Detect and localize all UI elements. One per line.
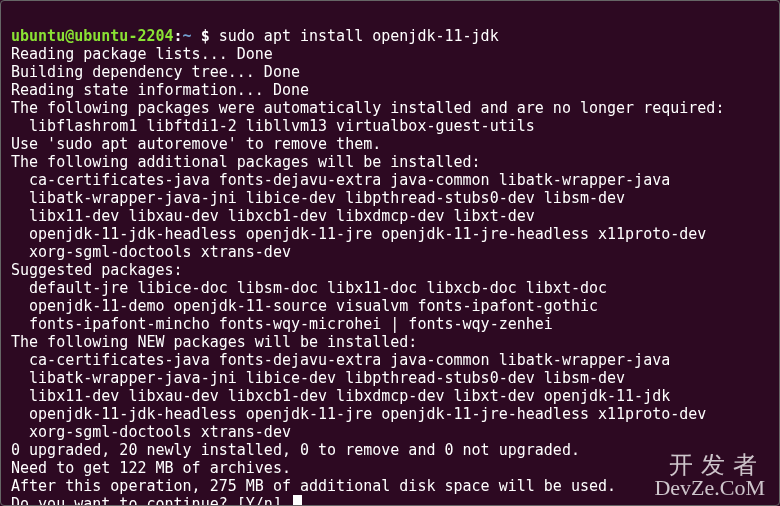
- prompt-path: ~: [183, 27, 192, 45]
- output-line: libatk-wrapper-java-jni libice-dev libpt…: [11, 189, 625, 207]
- output-line: Reading state information... Done: [11, 81, 309, 99]
- prompt-colon: :: [174, 27, 183, 45]
- output-line: ca-certificates-java fonts-dejavu-extra …: [11, 351, 670, 369]
- output-line: Building dependency tree... Done: [11, 63, 300, 81]
- prompt-dollar-sign: $: [201, 27, 210, 45]
- command-text: sudo apt install openjdk-11-jdk: [219, 27, 499, 45]
- confirm-prompt[interactable]: Do you want to continue? [Y/n]: [11, 495, 291, 506]
- output-line: The following additional packages will b…: [11, 153, 481, 171]
- output-line: xorg-sgml-doctools xtrans-dev: [11, 423, 291, 441]
- output-line: After this operation, 275 MB of addition…: [11, 477, 616, 495]
- output-line: libflashrom1 libftdi1-2 libllvm13 virtua…: [11, 117, 535, 135]
- output-line: Reading package lists... Done: [11, 45, 273, 63]
- output-line: default-jre libice-doc libsm-doc libx11-…: [11, 279, 607, 297]
- cursor-icon: [293, 495, 302, 506]
- output-line: Need to get 122 MB of archives.: [11, 459, 291, 477]
- output-line: openjdk-11-jdk-headless openjdk-11-jre o…: [11, 405, 706, 423]
- output-line: libatk-wrapper-java-jni libice-dev libpt…: [11, 369, 625, 387]
- output-line: libx11-dev libxau-dev libxcb1-dev libxdm…: [11, 387, 670, 405]
- output-line: xorg-sgml-doctools xtrans-dev: [11, 243, 291, 261]
- terminal-window[interactable]: ubuntu@ubuntu-2204:~ $ sudo apt install …: [1, 1, 779, 506]
- output-line: Use 'sudo apt autoremove' to remove them…: [11, 135, 381, 153]
- output-line: openjdk-11-demo openjdk-11-source visual…: [11, 297, 598, 315]
- output-line: 0 upgraded, 20 newly installed, 0 to rem…: [11, 441, 580, 459]
- output-line: The following NEW packages will be insta…: [11, 333, 417, 351]
- output-line: fonts-ipafont-mincho fonts-wqy-microhei …: [11, 315, 553, 333]
- prompt-user: ubuntu@ubuntu-2204: [11, 27, 174, 45]
- output-line: The following packages were automaticall…: [11, 99, 724, 117]
- output-line: openjdk-11-jdk-headless openjdk-11-jre o…: [11, 225, 706, 243]
- prompt-dollar: [192, 27, 201, 45]
- output-line: libx11-dev libxau-dev libxcb1-dev libxdm…: [11, 207, 535, 225]
- output-line: ca-certificates-java fonts-dejavu-extra …: [11, 171, 670, 189]
- output-line: Suggested packages:: [11, 261, 183, 279]
